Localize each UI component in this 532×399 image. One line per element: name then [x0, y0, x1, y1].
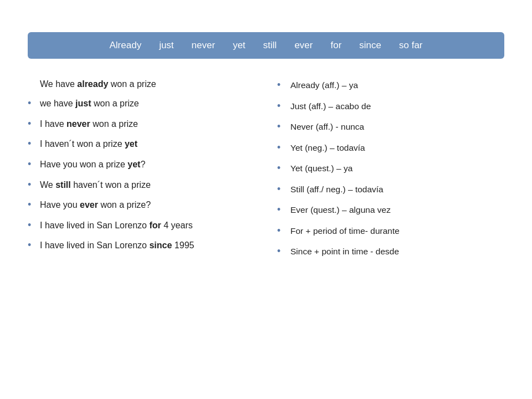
bullet-point: •	[277, 160, 287, 177]
left-sentence: •I have never won a prize	[28, 115, 255, 132]
bullet-point: •	[277, 76, 287, 94]
right-list-item: •For + period of time- durante	[277, 222, 504, 240]
bullet-point: •	[277, 98, 287, 115]
bullet-point: •	[277, 118, 287, 136]
right-list-item: •Already (aff.) – ya	[277, 76, 504, 94]
right-list-item: •Still (aff./ neg.) – todavía	[277, 181, 504, 198]
right-item-text: Since + point in time - desde	[290, 244, 399, 259]
keyword-item: yet	[233, 40, 245, 51]
bullet-point: •	[28, 237, 38, 254]
bullet-point: •	[277, 139, 287, 157]
left-sentence: •I haven´t won a prize yet	[28, 135, 255, 152]
sentence-text: Have you won a prize yet?	[40, 157, 145, 172]
keyword-bar: Alreadyjustneveryetstilleverforsinceso f…	[28, 32, 504, 59]
right-item-text: Ever (quest.) – alguna vez	[290, 202, 391, 217]
page: Alreadyjustneveryetstilleverforsinceso f…	[0, 0, 532, 399]
right-list-item: •Yet (quest.) – ya	[277, 160, 504, 177]
left-sentence: •I have lived in San Lorenzo for 4 years	[28, 217, 255, 234]
keyword-item: ever	[294, 40, 313, 51]
keyword-item: so far	[399, 40, 423, 51]
keyword-item: for	[330, 40, 341, 51]
right-item-text: Yet (neg.) – todavía	[290, 140, 365, 155]
sentence-text: I have lived in San Lorenzo for 4 years	[40, 218, 193, 233]
right-list-item: •Since + point in time - desde	[277, 243, 504, 260]
sentence-text: We still haven´t won a prize	[40, 177, 151, 192]
right-list-item: •Never (aff.) - nunca	[277, 118, 504, 136]
left-sentence: •I have lived in San Lorenzo since 1995	[28, 237, 255, 254]
left-sentence: •we have just won a prize	[28, 95, 255, 112]
keyword-item: never	[192, 40, 216, 51]
content-area: We have already won a prize•we have just…	[28, 76, 504, 260]
left-sentence: •We still haven´t won a prize	[28, 176, 255, 193]
right-item-text: Just (aff.) – acabo de	[290, 99, 371, 114]
sentence-text: We have already won a prize	[40, 76, 156, 91]
sentence-text: Have you ever won a prize?	[40, 197, 151, 212]
bullet-point: •	[28, 135, 38, 152]
bullet-point: •	[28, 217, 38, 234]
right-list-item: •Yet (neg.) – todavía	[277, 139, 504, 157]
sentence-text: I haven´t won a prize yet	[40, 136, 137, 151]
bullet-point: •	[28, 115, 38, 132]
sentence-text: we have just won a prize	[40, 96, 139, 111]
right-column: •Already (aff.) – ya•Just (aff.) – acabo…	[266, 76, 504, 260]
right-item-text: Still (aff./ neg.) – todavía	[290, 182, 383, 197]
right-list-item: •Ever (quest.) – alguna vez	[277, 201, 504, 219]
sentence-text: I have lived in San Lorenzo since 1995	[40, 238, 194, 253]
bullet-point: •	[277, 243, 287, 260]
keyword-item: since	[359, 40, 381, 51]
bullet-point: •	[277, 201, 287, 219]
right-item-text: Never (aff.) - nunca	[290, 119, 364, 134]
bullet-point: •	[28, 196, 38, 213]
left-sentence: •Have you ever won a prize?	[28, 196, 255, 213]
bullet-point: •	[28, 95, 38, 112]
left-column: We have already won a prize•we have just…	[28, 76, 266, 260]
left-sentence: •Have you won a prize yet?	[28, 156, 255, 173]
bullet-point: •	[28, 176, 38, 193]
keyword-item: just	[159, 40, 173, 51]
right-list-item: •Just (aff.) – acabo de	[277, 98, 504, 115]
bullet-point: •	[277, 222, 287, 240]
right-item-text: Already (aff.) – ya	[290, 78, 358, 93]
bullet-point: •	[28, 156, 38, 173]
right-item-text: Yet (quest.) – ya	[290, 161, 352, 176]
keyword-item: Already	[109, 40, 141, 51]
keyword-item: still	[263, 40, 277, 51]
right-item-text: For + period of time- durante	[290, 223, 400, 238]
sentence-text: I have never won a prize	[40, 116, 138, 131]
bullet-point: •	[277, 181, 287, 198]
left-sentence: We have already won a prize	[28, 76, 255, 91]
